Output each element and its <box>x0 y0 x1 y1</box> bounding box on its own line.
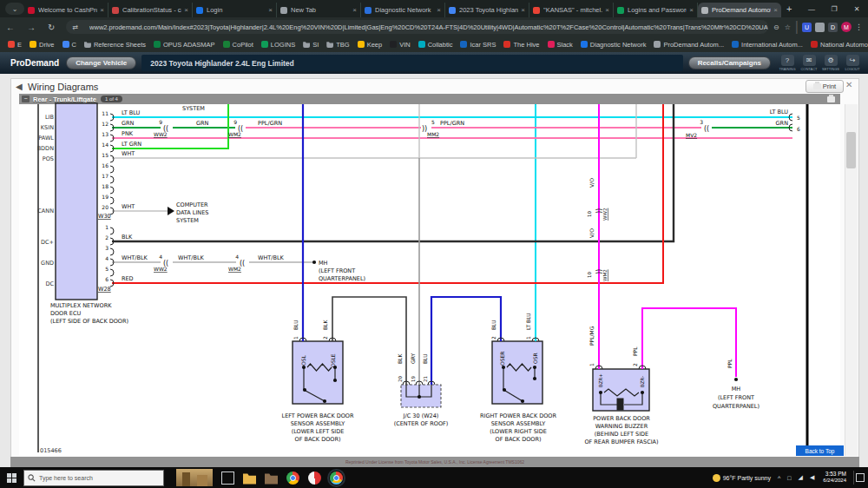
chrome-active-icon[interactable] <box>330 472 343 485</box>
browser-tab[interactable]: 2023 Toyota Highlan...× <box>445 3 529 17</box>
new-tab-button[interactable]: + <box>786 3 792 14</box>
pictures-folder-icon[interactable] <box>265 472 278 485</box>
weather-widget[interactable]: 96°F Partly sunny <box>713 474 771 482</box>
volume-tray-icon[interactable]: ◀ <box>810 474 814 481</box>
bookmark-star-icon[interactable]: ☆ <box>785 23 791 31</box>
minimize-button[interactable]: — <box>800 0 823 17</box>
license-bar: Reprinted Under License from Toyota Moto… <box>10 457 859 467</box>
profile-avatar[interactable]: M <box>841 22 852 32</box>
browser-tab[interactable]: Welcome to CashPro× <box>24 3 108 17</box>
zoom-out-icon[interactable]: ⊖ <box>773 23 779 31</box>
print-button[interactable]: Print <box>806 80 844 93</box>
task-view-icon[interactable] <box>221 472 234 485</box>
bookmark-item[interactable]: OPUS ADASMAP <box>154 41 215 49</box>
bookmark-label: SI <box>312 41 319 49</box>
back-arrow-icon[interactable]: ◀ <box>16 82 23 91</box>
bookmark-item[interactable]: TBG <box>326 41 349 49</box>
file-explorer-icon[interactable] <box>243 472 256 485</box>
extension-icon[interactable] <box>815 23 825 32</box>
bookmark-item[interactable]: CoPilot <box>223 41 253 49</box>
logout-button[interactable]: ↪LOGOUT <box>844 55 861 71</box>
tab-close-icon[interactable]: × <box>268 6 273 14</box>
back-icon[interactable]: ← <box>6 23 15 32</box>
display-tray-icon[interactable]: □ <box>787 475 791 481</box>
browser-tab[interactable]: CalibrationStatus - cali× <box>108 3 193 17</box>
tab-close-icon[interactable]: × <box>100 6 104 14</box>
bookmark-label: ProDemand Autom... <box>663 41 724 49</box>
tab-close-icon[interactable]: × <box>521 6 525 14</box>
training-icon: ? <box>781 55 794 66</box>
bookmark-label: The Hive <box>513 41 539 49</box>
bookmark-item[interactable]: SI <box>303 41 319 49</box>
browser-tab[interactable]: "KANSAS" - mitchel.n× <box>529 3 614 17</box>
tab-close-icon[interactable]: × <box>605 6 609 14</box>
recalls-campaigns-button[interactable]: Recalls/Campaigns <box>688 56 771 69</box>
section-printer-icon[interactable] <box>827 96 835 102</box>
browser-tab[interactable]: Login× <box>193 3 277 17</box>
extension-icon[interactable]: D <box>828 23 838 32</box>
tab-favicon <box>280 7 287 14</box>
browser-tab[interactable]: Logins and Password...× <box>614 3 698 17</box>
contact-button[interactable]: ✉CONTACT <box>800 55 818 71</box>
browser-tab[interactable]: Diagnostic Network× <box>361 3 445 17</box>
extension-icon[interactable]: U <box>802 23 812 32</box>
bookmark-item[interactable]: Reference Sheets <box>84 41 146 49</box>
diagram-canvas[interactable] <box>19 104 840 456</box>
bookmark-item[interactable]: International Autom... <box>732 41 803 49</box>
reload-icon[interactable]: ↻ <box>48 23 55 32</box>
tab-search-icon[interactable]: ⌄ <box>5 3 24 15</box>
bookmark-item[interactable]: Keep <box>358 41 383 49</box>
maximize-button[interactable]: ❐ <box>823 0 845 17</box>
browser-toolbar: ← → ↻ ⇄ www2.prodemand.com/Main/Index#20… <box>0 17 868 36</box>
tab-close-icon[interactable]: × <box>437 6 441 14</box>
settings-button[interactable]: ⚙SETTINGS <box>822 55 839 71</box>
start-button[interactable] <box>7 473 16 483</box>
bookmark-item[interactable]: VIN <box>390 41 411 49</box>
back-to-top-button[interactable]: Back to Top <box>796 445 844 456</box>
bookmarks-bar: EDriveCReference SheetsOPUS ADASMAPCoPil… <box>0 36 868 52</box>
tray-chevron-icon[interactable]: ^ <box>778 475 780 481</box>
bookmark-label: Slack <box>557 41 573 49</box>
chrome-icon[interactable] <box>286 472 299 485</box>
site-settings-icon[interactable]: ⇄ <box>72 23 78 31</box>
address-bar[interactable]: ⇄ www2.prodemand.com/Main/Index#2023|Toy… <box>66 20 768 34</box>
taskbar-search[interactable]: Type here to search <box>23 470 164 486</box>
bookmark-item[interactable]: C <box>62 41 76 49</box>
browser-app-icon[interactable] <box>308 472 321 485</box>
bookmark-label: Diagnostic Network <box>590 41 647 49</box>
bookmark-item[interactable]: Slack <box>548 41 573 49</box>
browser-tab[interactable]: ProDemand Automot...× <box>698 3 781 17</box>
tab-favicon <box>449 7 456 14</box>
tab-close-icon[interactable]: × <box>352 6 357 14</box>
collapse-section-icon[interactable]: − <box>22 96 30 102</box>
bookmark-item[interactable]: The Hive <box>503 41 539 49</box>
search-highlight-image[interactable] <box>176 469 213 486</box>
bookmark-item[interactable]: Drive <box>30 41 55 49</box>
network-tray-icon[interactable]: ◢ <box>799 474 803 481</box>
prodemand-logo[interactable]: ProDemand <box>10 58 59 68</box>
panel-title: Wiring Diagrams <box>28 82 98 92</box>
scrollbar-thumb[interactable] <box>846 132 856 168</box>
bookmark-item[interactable]: Icar SRS <box>460 41 496 49</box>
bookmark-item[interactable]: E <box>8 41 22 49</box>
folder-icon <box>303 41 310 48</box>
close-window-button[interactable]: ✕ <box>845 0 868 17</box>
tab-close-icon[interactable]: × <box>184 6 188 14</box>
bookmark-item[interactable]: LOGINS <box>261 41 295 49</box>
forward-icon[interactable]: → <box>27 23 36 32</box>
tab-list: Welcome to CashPro×CalibrationStatus - c… <box>24 0 781 17</box>
notification-center-icon[interactable] <box>853 471 866 485</box>
browser-tab[interactable]: New Tab× <box>277 3 361 17</box>
bookmark-label: Drive <box>39 41 55 49</box>
close-panel-icon[interactable]: ✕ <box>845 80 852 89</box>
tab-close-icon[interactable]: × <box>689 6 694 14</box>
bookmark-item[interactable]: National Automotiv... <box>811 41 868 49</box>
browser-menu-icon[interactable]: ⋮ <box>855 23 863 31</box>
training-button[interactable]: ?TRAINING <box>779 55 796 71</box>
change-vehicle-button[interactable]: Change Vehicle <box>66 56 136 69</box>
bookmark-item[interactable]: Collabtic <box>418 41 453 49</box>
bookmark-item[interactable]: ProDemand Autom... <box>654 41 724 49</box>
tab-close-icon[interactable]: × <box>773 6 778 14</box>
bookmark-item[interactable]: Diagnostic Network <box>581 41 647 49</box>
taskbar-clock[interactable]: 3:53 PM 6/24/2024 <box>823 471 846 485</box>
